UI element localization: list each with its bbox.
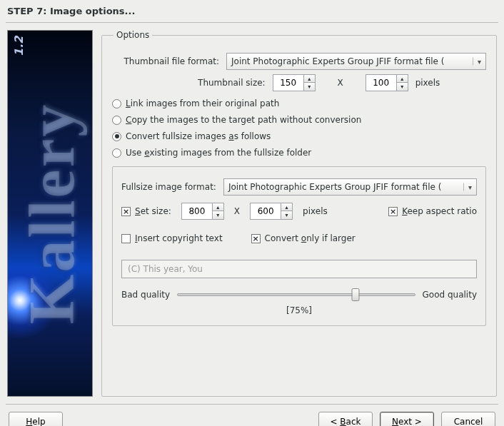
- radio-copy-noconvert[interactable]: Copy the images to the target path witho…: [112, 115, 486, 125]
- radio-label: Link images from their original path: [126, 98, 279, 108]
- check-set-size[interactable]: × Set size:: [121, 206, 171, 216]
- check-label: Convert only if larger: [265, 233, 356, 243]
- check-keep-aspect[interactable]: × Keep aspect ratio: [388, 206, 477, 216]
- slider-thumb-icon[interactable]: [352, 288, 360, 301]
- step-title: STEP 7: Image options...: [0, 0, 504, 19]
- bad-quality-label: Bad quality: [121, 290, 170, 300]
- version-text: 1.2: [12, 36, 26, 56]
- checkbox-icon: ×: [121, 207, 131, 216]
- full-width-input[interactable]: [182, 203, 212, 219]
- slider-track: [177, 293, 415, 296]
- full-height-stepper[interactable]: ▴▾: [250, 203, 293, 220]
- radio-label: Convert fullsize images as follows: [126, 131, 271, 141]
- thumb-height-stepper[interactable]: ▴▾: [366, 74, 408, 91]
- spin-down-icon[interactable]: ▾: [281, 211, 292, 219]
- next-button[interactable]: Next >: [380, 412, 434, 426]
- cancel-button[interactable]: Cancel: [441, 412, 495, 426]
- thumb-x-label: X: [323, 78, 358, 88]
- sidebar-banner: Kallery 1.2: [7, 30, 93, 397]
- thumb-width-input[interactable]: [273, 75, 303, 91]
- options-fieldset: Options Thumbnail file format: Joint Pho…: [101, 30, 497, 397]
- check-convert-only-larger[interactable]: × Convert only if larger: [251, 233, 356, 243]
- radio-icon: [112, 99, 121, 108]
- thumb-format-label: Thumbnail file format:: [112, 56, 219, 66]
- quality-slider[interactable]: [177, 288, 415, 301]
- spin-up-icon[interactable]: ▴: [281, 203, 292, 211]
- help-button[interactable]: Help: [9, 412, 63, 426]
- checkbox-icon: ×: [388, 207, 398, 216]
- spin-up-icon[interactable]: ▴: [304, 75, 315, 83]
- checkbox-icon: [121, 234, 131, 243]
- radio-icon: [112, 116, 121, 125]
- check-label: Keep aspect ratio: [402, 206, 477, 216]
- thumb-format-select[interactable]: Joint Photographic Experts Group JFIF fo…: [226, 53, 486, 70]
- good-quality-label: Good quality: [423, 290, 477, 300]
- thumb-width-stepper[interactable]: ▴▾: [273, 74, 316, 91]
- check-label: Insert copyright text: [135, 233, 223, 243]
- brand-text: Kallery: [15, 103, 89, 325]
- spin-down-icon[interactable]: ▾: [304, 83, 315, 91]
- radio-link-original[interactable]: Link images from their original path: [112, 98, 486, 108]
- options-legend: Options: [114, 30, 152, 40]
- copyright-input: [121, 260, 477, 278]
- spin-down-icon[interactable]: ▾: [213, 211, 223, 219]
- full-format-value: Joint Photographic Experts Group JFIF fo…: [228, 182, 442, 192]
- full-width-stepper[interactable]: ▴▾: [181, 203, 224, 220]
- check-insert-copyright[interactable]: Insert copyright text: [121, 233, 223, 243]
- thumb-size-label: Thumbnail size:: [158, 78, 266, 88]
- spin-up-icon[interactable]: ▴: [397, 75, 408, 83]
- radio-label: Copy the images to the target path witho…: [126, 115, 361, 125]
- thumb-height-input[interactable]: [366, 75, 396, 91]
- radio-convert-fullsize[interactable]: Convert fullsize images as follows: [112, 131, 486, 141]
- quality-value: [75%]: [121, 305, 477, 315]
- check-label: Set size:: [135, 206, 171, 216]
- full-px-label: pixels: [303, 206, 328, 216]
- spin-down-icon[interactable]: ▾: [397, 83, 408, 91]
- radio-icon: [112, 132, 121, 141]
- checkbox-icon: ×: [251, 234, 261, 243]
- thumb-format-value: Joint Photographic Experts Group JFIF fo…: [231, 56, 445, 66]
- fullsize-panel: Fullsize image format: Joint Photographi…: [112, 166, 486, 326]
- full-format-select[interactable]: Joint Photographic Experts Group JFIF fo…: [223, 178, 477, 196]
- full-x-label: X: [234, 206, 240, 216]
- radio-icon: [112, 148, 121, 158]
- radio-label: Use existing images from the fullsize fo…: [126, 148, 311, 158]
- thumb-px-label: pixels: [415, 78, 440, 88]
- full-format-label: Fullsize image format:: [121, 182, 216, 192]
- spin-up-icon[interactable]: ▴: [213, 203, 223, 211]
- back-button[interactable]: < Back: [318, 412, 373, 426]
- radio-use-existing[interactable]: Use existing images from the fullsize fo…: [112, 148, 486, 158]
- full-height-input[interactable]: [251, 203, 281, 219]
